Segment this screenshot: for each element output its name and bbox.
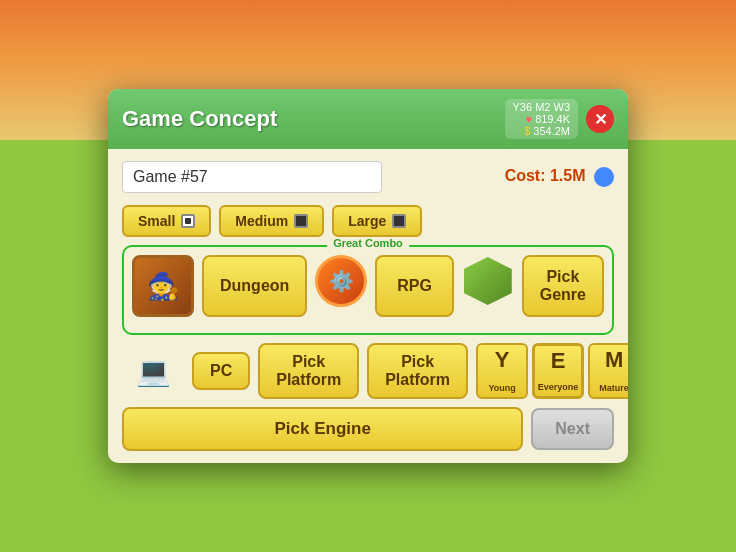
pc-label: PC bbox=[210, 362, 232, 380]
genre-hex-icon bbox=[462, 255, 514, 307]
combo-wrapper: Great Combo 🧙 Dungeon ⚙️ bbox=[122, 245, 614, 335]
size-large-label: Large bbox=[348, 213, 386, 229]
stat-fans: ♥ 819.4K bbox=[513, 113, 570, 125]
game-icon-box: 🧙 bbox=[132, 255, 194, 317]
pc-icon-box: 💻 bbox=[122, 345, 184, 397]
game-concept-dialog: Game Concept Y36 M2 W3 ♥ 819.4K $ 354.2M bbox=[108, 89, 628, 463]
rating-everyone-text: Everyone bbox=[538, 382, 579, 392]
rating-mature-text: Mature bbox=[599, 383, 628, 393]
rating-mature-letter: M bbox=[605, 349, 623, 371]
platform-row: 💻 PC Pick Platform Pick Platform Y bbox=[122, 343, 614, 399]
next-label: Next bbox=[555, 420, 590, 437]
rating-young-text: Young bbox=[488, 383, 515, 393]
game-name-input[interactable] bbox=[122, 161, 382, 193]
game-icon: 🧙 bbox=[147, 271, 179, 302]
rating-everyone-letter: E bbox=[551, 350, 566, 372]
large-indicator bbox=[392, 214, 406, 228]
pick-platform1-label: Pick Platform bbox=[276, 353, 341, 389]
size-small-button[interactable]: Small bbox=[122, 205, 211, 237]
engine-next-row: Pick Engine Next bbox=[122, 407, 614, 451]
rpg-label: RPG bbox=[397, 277, 432, 295]
stats-box: Y36 M2 W3 ♥ 819.4K $ 354.2M bbox=[505, 99, 578, 139]
cost-label: Cost: 1.5M bbox=[505, 167, 586, 184]
dungeon-button[interactable]: Dungeon bbox=[202, 255, 307, 317]
header-right: Y36 M2 W3 ♥ 819.4K $ 354.2M ✕ bbox=[505, 99, 614, 139]
dialog-header: Game Concept Y36 M2 W3 ♥ 819.4K $ 354.2M bbox=[108, 89, 628, 149]
rating-everyone-button[interactable]: E Everyone bbox=[532, 343, 584, 399]
hex-shape bbox=[464, 257, 512, 305]
pick-engine-button[interactable]: Pick Engine bbox=[122, 407, 523, 451]
rating-mature-button[interactable]: M Mature bbox=[588, 343, 628, 399]
combo-label: Great Combo bbox=[327, 237, 409, 249]
combo-icon: ⚙️ bbox=[315, 255, 367, 307]
size-large-button[interactable]: Large bbox=[332, 205, 422, 237]
pick-genre-button[interactable]: Pick Genre bbox=[522, 255, 604, 317]
cost-icon bbox=[594, 167, 614, 187]
stat-money: $ 354.2M bbox=[513, 125, 570, 137]
next-button[interactable]: Next bbox=[531, 408, 614, 450]
medium-indicator bbox=[294, 214, 308, 228]
rpg-button[interactable]: RPG bbox=[375, 255, 453, 317]
dialog-overlay: Game Concept Y36 M2 W3 ♥ 819.4K $ 354.2M bbox=[0, 0, 736, 552]
close-button[interactable]: ✕ bbox=[586, 105, 614, 133]
dialog-body: Cost: 1.5M Small Medium Large bbox=[108, 149, 628, 463]
name-cost-row: Cost: 1.5M bbox=[122, 161, 614, 193]
rating-young-letter: Y bbox=[495, 349, 510, 371]
size-medium-label: Medium bbox=[235, 213, 288, 229]
size-medium-button[interactable]: Medium bbox=[219, 205, 324, 237]
pick-platform1-button[interactable]: Pick Platform bbox=[258, 343, 359, 399]
pick-platform2-button[interactable]: Pick Platform bbox=[367, 343, 468, 399]
rpg-icon: ⚙️ bbox=[329, 269, 354, 293]
pc-icon: 💻 bbox=[136, 355, 171, 388]
cost-display: Cost: 1.5M bbox=[505, 167, 614, 187]
pick-platform2-label: Pick Platform bbox=[385, 353, 450, 389]
pick-engine-label: Pick Engine bbox=[274, 419, 370, 438]
small-indicator bbox=[181, 214, 195, 228]
pick-genre-label: Pick Genre bbox=[540, 268, 586, 304]
pc-button[interactable]: PC bbox=[192, 352, 250, 390]
dialog-title: Game Concept bbox=[122, 106, 277, 132]
genre-row: 🧙 Dungeon ⚙️ RPG bbox=[132, 255, 604, 317]
rating-group: Y Young E Everyone M Mature bbox=[476, 343, 628, 399]
dungeon-label: Dungeon bbox=[220, 277, 289, 295]
size-small-label: Small bbox=[138, 213, 175, 229]
stat-year: Y36 M2 W3 bbox=[513, 101, 570, 113]
rating-young-button[interactable]: Y Young bbox=[476, 343, 528, 399]
size-row: Small Medium Large bbox=[122, 205, 614, 237]
